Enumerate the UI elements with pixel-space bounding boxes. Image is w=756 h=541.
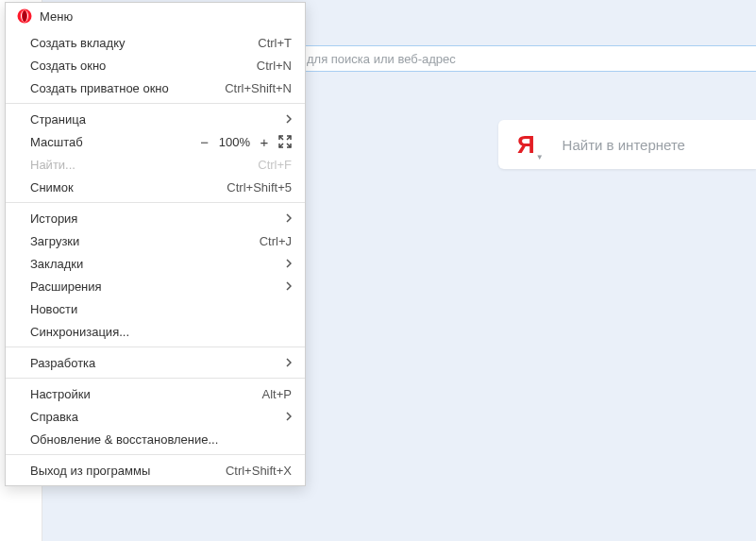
chevron-down-icon[interactable]: ▼ [536,153,544,161]
svg-point-4 [23,11,26,22]
menu-item[interactable]: Создать вкладкуCtrl+T [6,31,305,54]
chevron-right-icon [286,412,292,421]
menu-shortcut: Alt+P [262,387,292,401]
menu-item-label: Синхронизация... [30,325,292,339]
menu-shortcut: Ctrl+Shift+X [226,464,292,478]
menu-item: Найти...Ctrl+F [6,153,305,176]
menu-shortcut: Ctrl+Shift+N [225,81,292,95]
zoom-level: 100% [219,135,250,149]
menu-separator [6,378,305,379]
menu-item[interactable]: Разработка [6,351,305,374]
fullscreen-icon[interactable] [278,135,292,148]
menu-item-label: Расширения [30,279,286,294]
menu-separator [6,454,305,455]
menu-item-label: Создать приватное окно [30,81,215,95]
menu-shortcut: Ctrl+T [258,36,292,50]
menu-separator [6,347,305,347]
yandex-logo-icon: Я▼ [517,130,544,160]
menu-item[interactable]: Выход из программыCtrl+Shift+X [6,459,305,482]
search-placeholder: Найти в интернете [563,137,685,153]
menu-title: Меню [40,9,73,24]
chevron-right-icon [286,114,292,124]
menu-shortcut: Ctrl+N [257,59,292,73]
menu-shortcut: Ctrl+J [260,234,292,248]
menu-separator [6,202,305,203]
zoom-in-button[interactable]: + [258,135,271,149]
menu-item-label: Создать окно [30,59,247,73]
menu-item-label: Масштаб [30,135,198,149]
menu-shortcut: Ctrl+Shift+5 [227,180,292,194]
menu-item[interactable]: Синхронизация... [6,320,305,343]
menu-item-label: История [30,211,286,226]
menu-item[interactable]: Справка [6,405,305,428]
menu-item-label: Загрузки [30,234,250,248]
menu-item[interactable]: Новости [6,297,305,320]
menu-item-label: Настройки [30,387,253,401]
chevron-right-icon [286,213,292,223]
menu-item-label: Выход из программы [30,464,216,478]
menu-item[interactable]: СнимокCtrl+Shift+5 [6,176,305,198]
menu-item-label: Создать вкладку [30,36,248,50]
menu-item-label: Обновление & восстановление... [30,432,292,447]
menu-header: Меню [6,3,305,31]
menu-item[interactable]: Создать приватное окноCtrl+Shift+N [6,76,305,99]
search-card[interactable]: Я▼ Найти в интернете [498,120,756,169]
menu-item-label: Закладки [30,257,286,271]
menu-item[interactable]: Страница [6,108,305,130]
menu-item-label: Новости [30,302,292,316]
menu-shortcut: Ctrl+F [258,158,292,172]
menu-item[interactable]: Закладки [6,252,305,275]
menu-item[interactable]: Масштаб−100%+ [6,130,305,153]
menu-item[interactable]: ЗагрузкиCtrl+J [6,229,305,252]
chevron-right-icon [286,358,292,367]
menu-separator [6,103,305,104]
menu-item-label: Разработка [30,356,286,370]
zoom-out-button[interactable]: − [198,135,211,149]
menu-item-label: Справка [30,410,286,424]
address-bar-placeholder: для поиска или веб-адрес [307,52,456,66]
main-menu: Меню Создать вкладкуCtrl+TСоздать окноCt… [5,2,306,486]
menu-item[interactable]: Расширения [6,275,305,297]
chevron-right-icon [286,259,292,268]
menu-item-label: Снимок [30,180,217,194]
opera-logo-icon [17,8,32,24]
menu-item[interactable]: НастройкиAlt+P [6,382,305,405]
menu-item[interactable]: Обновление & восстановление... [6,428,305,450]
menu-item-label: Страница [30,112,286,127]
menu-item-label: Найти... [30,158,248,172]
menu-item[interactable]: Создать окноCtrl+N [6,54,305,76]
menu-item[interactable]: История [6,207,305,229]
chevron-right-icon [286,281,292,291]
